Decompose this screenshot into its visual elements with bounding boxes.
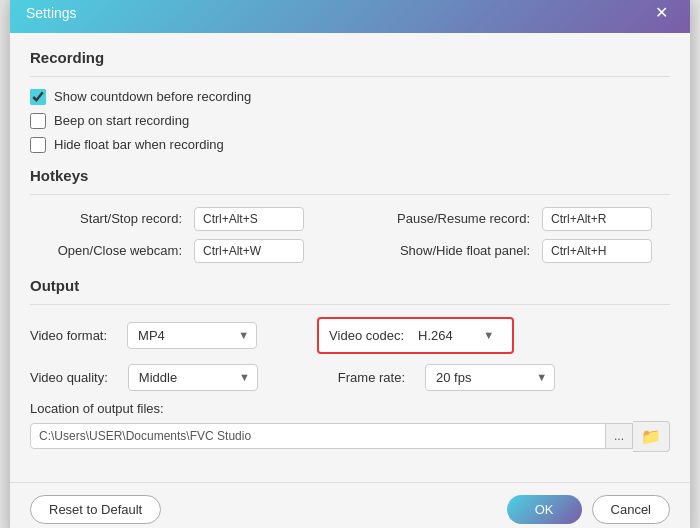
main-content: Recording Show countdown before recordin…	[10, 33, 690, 482]
frame-rate-select[interactable]: 15 fps 20 fps 24 fps 30 fps 60 fps	[425, 364, 555, 391]
location-input[interactable]	[30, 423, 606, 449]
codec-select-wrapper: H.264 H.265 MPEG-4 ▼	[412, 325, 502, 346]
hotkey-label-floatpanel: Show/Hide float panel:	[338, 243, 538, 258]
location-section: Location of output files: ... 📁	[30, 401, 670, 452]
hotkeys-section: Hotkeys Start/Stop record: Pause/Resume …	[30, 167, 670, 263]
checkbox-floatbar-label: Hide float bar when recording	[54, 137, 224, 152]
checkbox-floatbar[interactable]	[30, 137, 46, 153]
recording-option-0: Show countdown before recording	[30, 89, 670, 105]
checkbox-beep[interactable]	[30, 113, 46, 129]
recording-title: Recording	[30, 49, 670, 66]
hotkey-label-webcam: Open/Close webcam:	[30, 243, 190, 258]
hotkeys-grid: Start/Stop record: Pause/Resume record: …	[30, 207, 670, 263]
cancel-button[interactable]: Cancel	[592, 495, 670, 524]
video-codec-box: Video codec: H.264 H.265 MPEG-4 ▼	[317, 317, 514, 354]
hotkey-label-pauseresume: Pause/Resume record:	[338, 211, 538, 226]
video-quality-label: Video quality:	[30, 370, 108, 385]
hotkey-input-pauseresume[interactable]	[542, 207, 652, 231]
hotkey-label-startstop: Start/Stop record:	[30, 211, 190, 226]
output-title: Output	[30, 277, 670, 294]
checkbox-countdown[interactable]	[30, 89, 46, 105]
hotkey-input-startstop[interactable]	[194, 207, 304, 231]
reset-button[interactable]: Reset to Default	[30, 495, 161, 524]
checkbox-countdown-label: Show countdown before recording	[54, 89, 251, 104]
video-codec-label: Video codec:	[329, 328, 404, 343]
checkbox-beep-label: Beep on start recording	[54, 113, 189, 128]
output-row2: Video quality: Low Middle High Lossless …	[30, 364, 670, 391]
recording-section: Recording Show countdown before recordin…	[30, 49, 670, 153]
hotkeys-divider	[30, 194, 670, 195]
location-dots-button[interactable]: ...	[606, 423, 633, 449]
dialog-title: Settings	[26, 5, 77, 21]
recording-option-2: Hide float bar when recording	[30, 137, 670, 153]
folder-icon: 📁	[641, 428, 661, 445]
dialog-footer: Reset to Default OK Cancel	[10, 482, 690, 529]
location-row: ... 📁	[30, 421, 670, 452]
video-quality-select[interactable]: Low Middle High Lossless	[128, 364, 258, 391]
video-quality-wrapper: Low Middle High Lossless ▼	[128, 364, 258, 391]
video-format-label: Video format:	[30, 328, 107, 343]
close-button[interactable]: ✕	[649, 3, 674, 23]
hotkeys-title: Hotkeys	[30, 167, 670, 184]
recording-divider	[30, 76, 670, 77]
video-format-select[interactable]: MP4 AVI MOV FLV	[127, 322, 257, 349]
output-section: Output Video format: MP4 AVI MOV FLV ▼ V	[30, 277, 670, 452]
frame-rate-wrapper: 15 fps 20 fps 24 fps 30 fps 60 fps ▼	[425, 364, 555, 391]
frame-rate-label: Frame rate:	[338, 370, 405, 385]
titlebar: Settings ✕	[10, 0, 690, 33]
video-codec-select[interactable]: H.264 H.265 MPEG-4	[412, 325, 502, 346]
hotkey-input-floatpanel[interactable]	[542, 239, 652, 263]
hotkey-input-webcam[interactable]	[194, 239, 304, 263]
output-divider	[30, 304, 670, 305]
recording-option-1: Beep on start recording	[30, 113, 670, 129]
video-format-wrapper: MP4 AVI MOV FLV ▼	[127, 322, 257, 349]
settings-dialog: Settings ✕ Recording Show countdown befo…	[10, 0, 690, 528]
location-label: Location of output files:	[30, 401, 670, 416]
output-row1: Video format: MP4 AVI MOV FLV ▼ Video co…	[30, 317, 670, 354]
footer-right: OK Cancel	[507, 495, 670, 524]
ok-button[interactable]: OK	[507, 495, 582, 524]
folder-icon-button[interactable]: 📁	[633, 421, 670, 452]
